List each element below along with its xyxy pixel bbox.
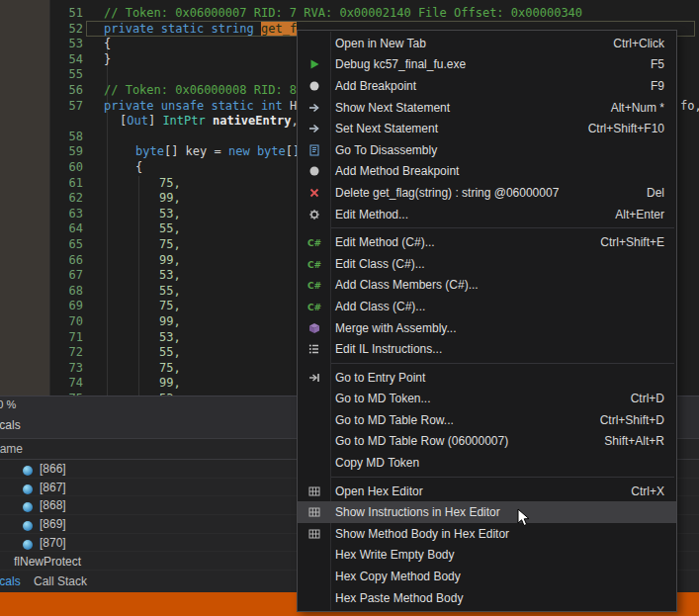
line-number: 67 [49, 268, 83, 284]
menu-item-go-to-md-token[interactable]: Go to MD Token...Ctrl+D [298, 389, 676, 410]
line-number: 66 [49, 253, 83, 269]
menu-item-hex-copy-method-body[interactable]: Hex Copy Method Body [298, 566, 676, 587]
svg-text:C#: C# [307, 302, 321, 311]
code-token: key [186, 144, 208, 158]
code-token: 75, [159, 299, 181, 312]
code-token: 99, [159, 376, 181, 390]
menu-item-show-next-statement[interactable]: Show Next StatementAlt+Num * [298, 97, 676, 119]
menu-item-open-in-new-tab[interactable]: Open in New TabCtrl+Click [298, 33, 676, 54]
line-number: 62 [49, 191, 83, 207]
line-number: 59 [49, 144, 83, 160]
menu-item-shortcut: Ctrl+X [631, 484, 664, 498]
code-text: private static string get_f [104, 22, 297, 38]
menu-item-edit-il-instructions[interactable]: Edit IL Instructions... [298, 338, 676, 360]
menu-item-show-method-body-in-hex-editor[interactable]: Show Method Body in Hex Editor [298, 523, 676, 545]
code-token: ] [148, 114, 162, 128]
menu-item-add-class-c[interactable]: C#Add Class (C#)... [298, 296, 676, 317]
menu-item-copy-md-token[interactable]: Copy MD Token [298, 452, 676, 474]
locals-row-label: [868] [40, 498, 66, 512]
delete-x-icon [298, 187, 330, 199]
zoom-level-control[interactable]: 100 % [0, 398, 16, 410]
dnspy-window: { "editor": { "zoom_label": "100 %", "ro… [0, 0, 699, 616]
menu-item-go-to-md-table-row[interactable]: Go to MD Table Row...Ctrl+Shift+D [298, 409, 676, 431]
code-token: 53, [159, 330, 181, 344]
menu-item-open-hex-editor[interactable]: Open Hex EditorCtrl+X [298, 481, 676, 502]
line-number: 54 [49, 52, 83, 68]
menu-item-add-class-members-c[interactable]: C#Add Class Members (C#)... [298, 275, 676, 297]
code-token: { [104, 37, 111, 50]
menu-item-label: Go to MD Table Row (06000007) [330, 434, 604, 448]
menu-item-shortcut: Ctrl+Shift+F10 [588, 122, 664, 135]
menu-item-label: Edit IL Instructions... [330, 342, 664, 356]
menu-item-shortcut: Alt+Num * [611, 101, 664, 115]
csharp-icon: C# [298, 258, 330, 270]
code-text: 53, [159, 268, 181, 284]
menu-item-label: Add Class (C#)... [330, 300, 664, 313]
menu-separator [331, 227, 674, 228]
code-token: static [211, 99, 253, 113]
code-token: 99, [159, 253, 181, 267]
menu-item-edit-method[interactable]: Edit Method...Alt+Enter [298, 204, 676, 225]
disassembly-icon [298, 144, 330, 156]
next-statement-arrow-icon [298, 102, 330, 114]
line-number: 53 [49, 37, 83, 52]
code-token: 99, [159, 191, 181, 205]
code-token: private [104, 99, 154, 113]
code-token: int [261, 99, 283, 113]
menu-item-delete-get-flag-string-string-06000007[interactable]: Delete get_flag(string) : string @060000… [298, 182, 676, 204]
breakpoint-icon [298, 80, 330, 92]
menu-item-go-to-md-table-row-06000007[interactable]: Go to MD Table Row (06000007)Shift+Alt+R [298, 431, 676, 453]
line-number: 70 [49, 314, 83, 330]
code-text: } [104, 52, 111, 68]
menu-item-edit-method-c[interactable]: C#Edit Method (C#)...Ctrl+Shift+E [298, 231, 676, 253]
menu-item-debug-kc57-final-fu-exe[interactable]: Debug kc57_final_fu.exeF5 [298, 54, 676, 76]
menu-item-hex-write-empty-body[interactable]: Hex Write Empty Body [298, 545, 676, 567]
menu-item-label: Show Next Statement [330, 101, 611, 115]
menu-item-go-to-disassembly[interactable]: Go To Disassembly [298, 139, 676, 161]
line-number: 69 [49, 299, 83, 314]
code-text: 75, [159, 361, 181, 377]
menu-item-hex-paste-method-body[interactable]: Hex Paste Method Body [298, 587, 676, 609]
tab-locals[interactable]: Locals [0, 574, 21, 588]
line-number: 58 [49, 130, 83, 145]
line-number: 64 [49, 221, 83, 237]
code-text: 99, [159, 191, 181, 207]
menu-item-add-method-breakpoint[interactable]: Add Method Breakpoint [298, 161, 676, 183]
menu-item-label: Go to MD Table Row... [330, 413, 600, 427]
line-number: 74 [49, 376, 83, 392]
menu-item-shortcut: Del [647, 186, 664, 200]
column-header-name[interactable]: Name [0, 442, 23, 456]
code-token: [] [164, 144, 186, 158]
code-token: Out [127, 114, 148, 128]
menu-item-add-breakpoint[interactable]: Add BreakpointF9 [298, 75, 676, 97]
code-token: nativeEntry [213, 114, 291, 128]
menu-item-edit-class-c[interactable]: C#Edit Class (C#)... [298, 253, 676, 275]
menu-item-set-next-statement[interactable]: Set Next StatementCtrl+Shift+F10 [298, 118, 676, 139]
menu-item-shortcut: F5 [651, 57, 664, 71]
code-token: 55, [159, 221, 181, 235]
line-number: 52 [49, 22, 83, 38]
code-text: 99, [159, 314, 181, 330]
code-token: static [161, 22, 204, 36]
csharp-icon: C# [298, 279, 330, 291]
code-text: [Out] IntPtr nativeEntry, [120, 114, 299, 130]
code-line-51[interactable]: 51// Token: 0x06000007 RID: 7 RVA: 0x000… [0, 6, 699, 22]
menu-item-label: Delete get_flag(string) : string @060000… [330, 186, 647, 200]
menu-item-shortcut: F9 [651, 79, 664, 93]
code-token [250, 144, 257, 158]
code-token: byte [257, 144, 286, 158]
code-token: // Token: 0x06000007 RID: 7 RVA: 0x00002… [104, 6, 582, 20]
il-list-icon [298, 343, 330, 355]
menu-item-merge-with-assembly[interactable]: Merge with Assembly... [298, 317, 676, 339]
locals-row-label: [869] [40, 517, 66, 531]
variable-sphere-icon [22, 537, 34, 549]
code-token: 75, [159, 361, 181, 375]
menu-item-go-to-entry-point[interactable]: Go to Entry Point [298, 367, 676, 389]
line-number: 51 [49, 6, 83, 22]
tab-call-stack[interactable]: Call Stack [34, 574, 87, 588]
menu-item-label: Merge with Assembly... [330, 321, 664, 335]
highlighted-identifier: get_f [261, 22, 297, 36]
hex-editor-icon [298, 485, 330, 497]
menu-item-label: Go To Disassembly [330, 143, 664, 157]
menu-item-show-instructions-in-hex-editor[interactable]: Show Instructions in Hex Editor [298, 501, 676, 523]
